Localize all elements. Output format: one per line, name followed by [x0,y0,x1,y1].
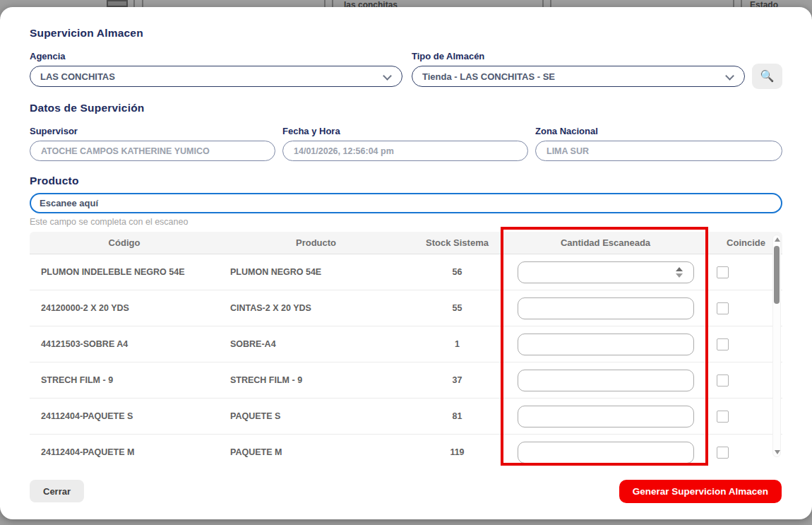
table-row: 44121503-SOBRE A4 SOBRE-A4 1 [30,326,782,362]
chevron-down-icon [383,71,392,81]
background-text-right: Estado [750,0,778,7]
supervision-almacen-modal: Supervicion Almacen Agencia LAS CONCHITA… [0,7,812,519]
search-icon: 🔍 [760,70,775,82]
table-row: 24120000-2 X 20 YDS CINTAS-2 X 20 YDS 55 [30,290,782,326]
column-header-codigo: Código [30,232,219,254]
table-row: PLUMON INDELEBLE NEGRO 54E PLUMON NEGRO … [30,254,782,290]
scroll-down-icon[interactable] [775,450,780,454]
background-fragment [133,0,135,7]
fecha-hora-label: Fecha y Hora [282,126,340,136]
agencia-select-value: LAS CONCHITAS [40,71,115,82]
coincide-checkbox[interactable] [717,338,729,350]
background-fragment [324,0,326,7]
table-body: PLUMON INDELEBLE NEGRO 54E PLUMON NEGRO … [30,254,782,463]
cell-coincide [710,447,782,459]
producto-section-heading: Producto [30,175,79,187]
cell-producto: PAQUETE S [219,411,413,421]
column-header-stock-sistema: Stock Sistema [413,232,501,254]
cell-stock-sistema: 56 [413,267,501,277]
agencia-select[interactable]: LAS CONCHITAS [30,66,402,87]
chevron-down-icon [725,71,734,81]
cantidad-input[interactable] [518,406,694,427]
products-table: Código Producto Stock Sistema Cantidad E… [30,232,782,463]
cell-stock-sistema: 55 [413,303,501,313]
cell-codigo: 24112404-PAQUETE M [30,447,219,457]
background-fragment [733,0,734,7]
cell-codigo: 24120000-2 X 20 YDS [30,303,219,313]
cell-producto: STRECH FILM - 9 [219,375,413,385]
background-fragment [142,0,143,7]
coincide-checkbox[interactable] [717,374,729,387]
cell-coincide [710,411,782,423]
cell-coincide [710,266,782,278]
tipo-almacen-label: Tipo de Almacén [412,51,484,61]
modal-title: Supervicion Almacen [30,27,143,40]
column-header-coincide: Coincide [710,232,782,254]
close-button[interactable]: Cerrar [30,480,84,502]
scroll-up-icon[interactable] [775,237,780,242]
tipo-almacen-select[interactable]: Tienda - LAS CONCHITAS - SE [412,66,745,87]
cell-codigo: STRECH FILM - 9 [30,375,219,385]
column-header-producto: Producto [219,232,413,254]
table-row: 24112404-PAQUETE S PAQUETE S 81 [30,399,782,435]
background-fragment [332,0,333,7]
zona-nacional-label: Zona Nacional [535,126,598,136]
column-header-cantidad-escaneada: Cantidad Escaneada [501,232,710,254]
cantidad-input[interactable] [518,370,694,391]
cell-stock-sistema: 37 [413,375,501,385]
supervisor-input[interactable] [30,141,275,161]
cell-producto: SOBRE-A4 [219,339,413,349]
cell-codigo: 24112404-PAQUETE S [30,411,219,421]
cell-coincide [710,338,782,350]
table-row: STRECH FILM - 9 STRECH FILM - 9 37 [30,362,782,399]
coincide-checkbox[interactable] [717,447,729,459]
search-button[interactable]: 🔍 [752,64,782,89]
cell-stock-sistema: 1 [413,339,501,349]
cell-coincide [710,302,782,314]
cell-producto: PAQUETE M [219,447,413,457]
cell-stock-sistema: 81 [413,411,501,421]
cell-cantidad-escaneada [501,297,710,319]
background-fragment [550,0,551,7]
cantidad-input[interactable] [518,442,694,464]
cell-cantidad-escaneada [501,406,710,427]
cell-stock-sistema: 119 [413,447,501,457]
background-fragment [542,0,544,7]
scan-input[interactable] [30,193,782,213]
tipo-almacen-select-value: Tienda - LAS CONCHITAS - SE [422,71,555,82]
cell-cantidad-escaneada [501,370,710,391]
cantidad-input[interactable] [518,334,694,355]
coincide-checkbox[interactable] [717,266,729,278]
coincide-checkbox[interactable] [717,302,729,314]
zona-nacional-input[interactable] [535,141,782,161]
number-spinner[interactable] [674,264,684,281]
scan-helper-text: Este campo se completa con el escaneo [30,217,188,227]
supervisor-label: Supervisor [30,126,78,136]
spinner-up-icon[interactable] [676,267,683,271]
dimmed-background-page: las conchitas Estado [0,0,812,7]
agencia-label: Agencia [30,51,66,61]
datos-section-heading: Datos de Supervición [30,102,144,114]
fecha-hora-input[interactable] [282,141,528,161]
cell-coincide [710,374,782,387]
generate-supervision-button[interactable]: Generar Supervicion Almacen [619,480,782,503]
cell-producto: PLUMON NEGRO 54E [219,267,413,277]
cell-codigo: 44121503-SOBRE A4 [30,339,219,349]
table-header-row: Código Producto Stock Sistema Cantidad E… [30,232,782,254]
background-fragment [107,0,128,7]
cell-codigo: PLUMON INDELEBLE NEGRO 54E [30,267,219,277]
cantidad-input[interactable] [518,297,694,319]
table-row: 24112404-PAQUETE M PAQUETE M 119 [30,435,782,463]
background-text-left: las conchitas [344,0,398,7]
cell-cantidad-escaneada [501,334,710,355]
cantidad-input[interactable] [518,261,694,283]
cell-cantidad-escaneada [501,261,710,283]
coincide-checkbox[interactable] [717,411,729,423]
cell-cantidad-escaneada [501,442,710,464]
scrollbar-thumb[interactable] [774,246,780,304]
table-scrollbar[interactable] [772,235,781,457]
cell-producto: CINTAS-2 X 20 YDS [219,303,413,313]
spinner-down-icon[interactable] [676,273,683,278]
background-fragment [741,0,742,7]
